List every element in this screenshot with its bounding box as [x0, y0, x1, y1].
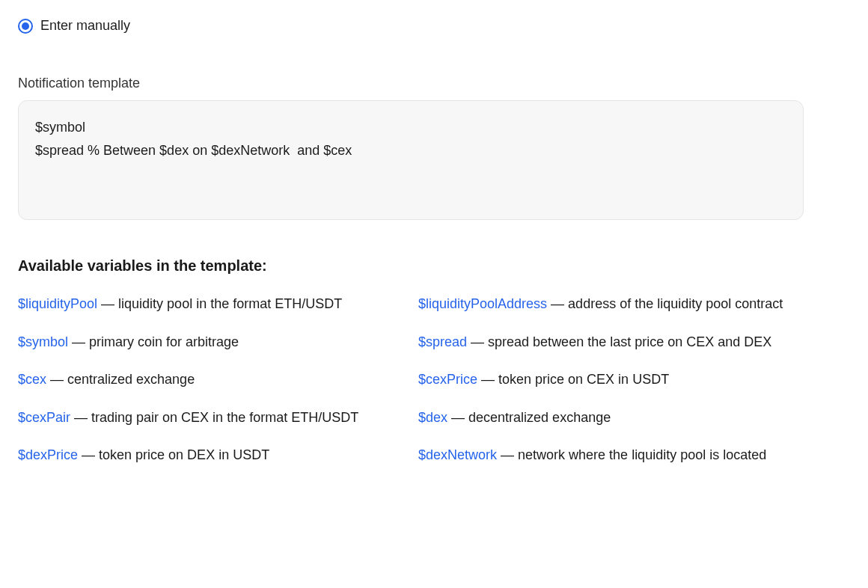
variable-token[interactable]: $dexNetwork: [418, 447, 497, 462]
variable-cex-price: $cexPrice — token price on CEX in USDT: [418, 368, 811, 391]
radio-dot: [22, 22, 29, 30]
radio-option-enter-manually[interactable]: Enter manually: [18, 18, 850, 34]
radio-selected-icon[interactable]: [18, 19, 33, 34]
variable-desc: — token price on CEX in USDT: [477, 372, 669, 387]
variables-section: Available variables in the template: $li…: [18, 257, 811, 467]
variable-liquidity-pool-address: $liquidityPoolAddress — address of the l…: [418, 293, 811, 316]
variable-desc: — trading pair on CEX in the format ETH/…: [70, 410, 358, 425]
variable-dex: $dex — decentralized exchange: [418, 406, 811, 429]
variable-desc: — address of the liquidity pool contract: [547, 296, 783, 311]
variable-desc: — primary coin for arbitrage: [68, 334, 239, 349]
variable-token[interactable]: $liquidityPoolAddress: [418, 296, 547, 311]
variable-spread: $spread — spread between the last price …: [418, 331, 811, 354]
variable-desc: — token price on DEX in USDT: [78, 447, 269, 462]
variable-desc: — decentralized exchange: [447, 410, 611, 425]
variable-token[interactable]: $liquidityPool: [18, 296, 97, 311]
variable-token[interactable]: $cexPair: [18, 410, 70, 425]
variable-token[interactable]: $cexPrice: [418, 372, 477, 387]
variables-heading: Available variables in the template:: [18, 257, 811, 275]
variable-dex-network: $dexNetwork — network where the liquidit…: [418, 444, 811, 467]
variable-token[interactable]: $dex: [418, 410, 447, 425]
variable-desc: — liquidity pool in the format ETH/USDT: [97, 296, 342, 311]
variable-desc: — centralized exchange: [46, 372, 195, 387]
variables-grid: $liquidityPool — liquidity pool in the f…: [18, 293, 811, 467]
variable-token[interactable]: $dexPrice: [18, 447, 78, 462]
variable-cex: $cex — centralized exchange: [18, 368, 411, 391]
variable-token[interactable]: $spread: [418, 334, 467, 349]
variable-token[interactable]: $cex: [18, 372, 46, 387]
radio-label: Enter manually: [40, 18, 130, 34]
variable-desc: — spread between the last price on CEX a…: [467, 334, 771, 349]
variable-symbol: $symbol — primary coin for arbitrage: [18, 331, 411, 354]
variable-liquidity-pool: $liquidityPool — liquidity pool in the f…: [18, 293, 411, 316]
variable-cex-pair: $cexPair — trading pair on CEX in the fo…: [18, 406, 411, 429]
variable-token[interactable]: $symbol: [18, 334, 68, 349]
variable-dex-price: $dexPrice — token price on DEX in USDT: [18, 444, 411, 467]
notification-template-input[interactable]: [18, 100, 804, 220]
template-field-label: Notification template: [18, 76, 850, 91]
variable-desc: — network where the liquidity pool is lo…: [497, 447, 766, 462]
